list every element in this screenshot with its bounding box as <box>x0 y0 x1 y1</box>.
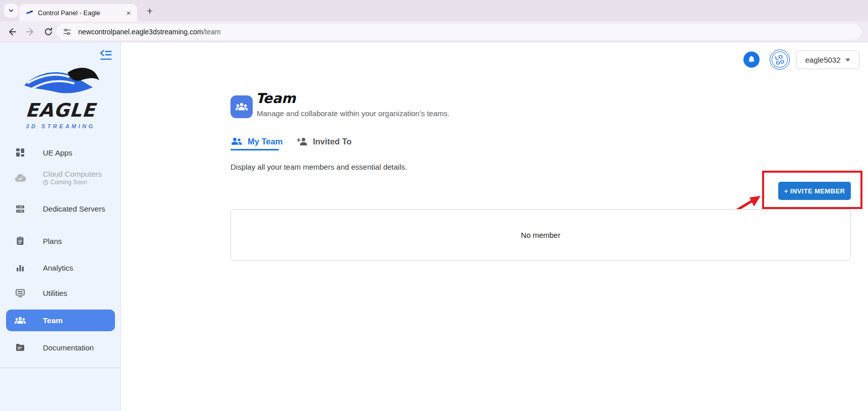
sidebar-item-plans[interactable]: Plans <box>0 230 121 252</box>
sidebar-divider <box>0 368 121 368</box>
empty-state-text: No member <box>521 231 560 239</box>
eagle-logo-text: EAGLE <box>0 101 122 120</box>
sidebar-item-analytics[interactable]: Analytics <box>0 256 121 279</box>
url-text: newcontrolpanel.eagle3dstreaming.com/tea… <box>78 28 221 36</box>
tab-my-team[interactable]: My Team <box>230 133 282 149</box>
apps-grid-icon <box>14 146 26 159</box>
site-settings-icon[interactable] <box>63 27 72 36</box>
tab-label: Invited To <box>313 137 352 146</box>
sidebar-item-dedicated-servers[interactable]: Dedicated Servers <box>0 195 121 223</box>
clock-icon <box>43 180 48 185</box>
sidebar-item-label: Utilities <box>43 289 67 297</box>
org-logo-badge[interactable]: LO GO <box>770 49 790 70</box>
people-icon <box>230 137 243 146</box>
monitor-sliders-icon <box>14 287 26 299</box>
sidebar-item-cloud-computers: Cloud Computers Coming Soon <box>0 167 121 189</box>
sidebar-item-label: Dedicated Servers <box>43 203 106 215</box>
sidebar-item-label: Documentation <box>43 343 94 352</box>
team-icon <box>14 316 26 325</box>
forward-icon[interactable] <box>25 27 35 37</box>
eagle-logo-subtext: 3D STREAMING <box>0 123 121 129</box>
back-icon[interactable] <box>7 27 17 37</box>
team-members-empty-panel: No member <box>230 209 851 261</box>
collapse-sidebar-icon[interactable] <box>99 48 113 62</box>
cloud-icon <box>14 172 26 184</box>
main-content: LO GO eagle5032 Team Manage and collabor… <box>121 42 868 411</box>
browser-toolbar: newcontrolpanel.eagle3dstreaming.com/tea… <box>0 21 868 42</box>
coming-soon-badge: Coming Soon <box>43 179 102 186</box>
reload-icon[interactable] <box>43 27 53 37</box>
sidebar-item-label: Plans <box>43 237 62 245</box>
sidebar-item-utilities[interactable]: Utilities <box>0 282 121 304</box>
sidebar-item-label: Cloud Computers <box>43 170 102 178</box>
browser-window: Control Panel - Eagle × + newcontrolpane… <box>0 0 868 411</box>
url-path: /team <box>203 28 220 36</box>
chevron-down-icon <box>8 7 15 14</box>
tab-label: My Team <box>248 137 282 146</box>
sidebar-item-ue-apps[interactable]: UE Apps <box>0 141 121 164</box>
chevron-down-icon <box>845 59 850 62</box>
account-menu-button[interactable]: eagle5032 <box>796 50 859 69</box>
page-subtitle: Manage and collaborate within your organ… <box>257 109 449 118</box>
account-name: eagle5032 <box>805 56 840 64</box>
browser-tab[interactable]: Control Panel - Eagle × <box>19 4 137 21</box>
sidebar-item-team[interactable]: Team <box>6 310 115 331</box>
eagle-favicon-icon <box>25 9 34 17</box>
person-add-icon <box>297 137 308 146</box>
sidebar-item-label: Analytics <box>43 264 73 272</box>
clipboard-icon <box>14 235 26 247</box>
sidebar-item-documentation[interactable]: Documentation <box>0 336 121 358</box>
team-list-description: Display all your team members and essent… <box>230 163 407 171</box>
team-tabs: My Team Invited To <box>230 133 352 149</box>
tab-search-button[interactable] <box>4 4 18 18</box>
page-title: Team <box>256 90 296 106</box>
eagle-logo: EAGLE 3D STREAMING <box>0 65 121 129</box>
tab-invited-to[interactable]: Invited To <box>297 133 352 149</box>
browser-tab-strip: Control Panel - Eagle × + <box>0 0 868 21</box>
new-tab-button[interactable]: + <box>143 5 156 18</box>
notifications-button[interactable] <box>743 52 760 68</box>
server-icon <box>14 203 26 215</box>
sidebar-item-label: UE Apps <box>43 148 72 157</box>
bell-icon <box>747 55 756 64</box>
sidebar-item-label: Team <box>43 316 63 325</box>
sidebar-item-label-group: Cloud Computers Coming Soon <box>43 170 102 186</box>
team-page-icon <box>230 95 253 118</box>
url-domain: newcontrolpanel.eagle3dstreaming.com <box>78 28 203 36</box>
coming-soon-label: Coming Soon <box>50 179 87 186</box>
eagle-logo-waves-icon <box>20 65 101 100</box>
sidebar: EAGLE 3D STREAMING UE Apps Cloud Compute… <box>0 42 121 411</box>
close-tab-icon[interactable]: × <box>124 8 133 17</box>
bar-chart-icon <box>14 262 26 274</box>
url-address-bar[interactable]: newcontrolpanel.eagle3dstreaming.com/tea… <box>56 24 861 40</box>
active-tab-underline <box>230 149 279 150</box>
tab-title: Control Panel - Eagle <box>38 9 124 17</box>
logo-badge-text: LO GO <box>774 54 785 66</box>
annotation-highlight-box <box>762 171 862 209</box>
folder-icon <box>14 341 26 353</box>
